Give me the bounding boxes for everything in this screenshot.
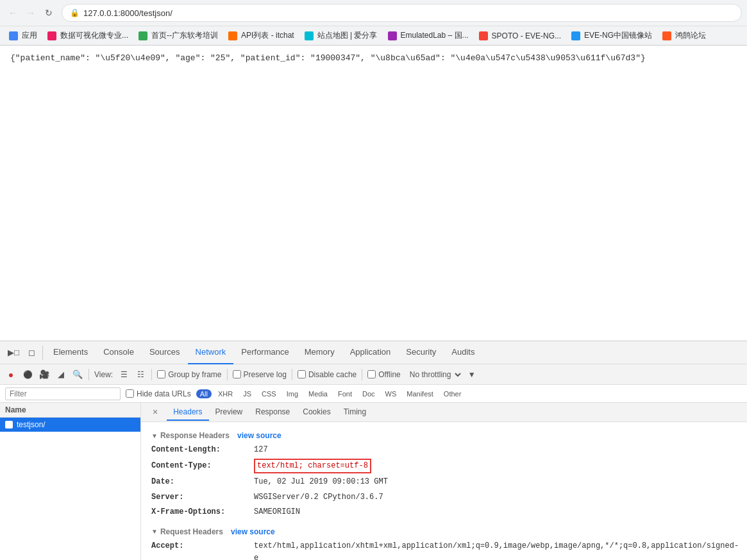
offline-checkbox[interactable] bbox=[367, 370, 376, 378]
devtools-tab-bar: ▶□ ◻ Elements Console Sources Network Pe… bbox=[0, 341, 747, 364]
disable-cache-label[interactable]: Disable cache bbox=[298, 370, 357, 379]
detail-close-button[interactable]: × bbox=[146, 403, 164, 421]
bookmark-emul[interactable]: EmulatedLab – 国... bbox=[384, 29, 473, 42]
tab-console[interactable]: Console bbox=[96, 341, 142, 364]
preserve-log-checkbox[interactable] bbox=[233, 370, 241, 378]
triangle-icon: ▼ bbox=[151, 432, 158, 439]
toolbar-separator-1 bbox=[88, 369, 89, 380]
response-header-x-frame-options: X-Frame-Options: SAMEORIGIN bbox=[151, 505, 737, 520]
filter-type-js[interactable]: JS bbox=[239, 389, 255, 398]
detail-content: ▼ Response Headers view source Content-L… bbox=[141, 422, 747, 560]
throttle-dropdown-icon[interactable]: ▼ bbox=[468, 370, 476, 379]
detail-tab-headers[interactable]: Headers bbox=[167, 404, 208, 421]
response-header-server: Server: WSGIServer/0.2 CPython/3.6.7 bbox=[151, 490, 737, 505]
lock-icon: 🔒 bbox=[70, 8, 80, 17]
detail-tab-cookies[interactable]: Cookies bbox=[296, 404, 337, 421]
filter-type-css[interactable]: CSS bbox=[258, 389, 280, 398]
forward-button[interactable]: → bbox=[23, 5, 38, 21]
request-header-accept: Accept: text/html,application/xhtml+xml,… bbox=[151, 539, 737, 560]
filter-bar: Hide data URLs All XHR JS CSS Img Media … bbox=[0, 385, 747, 403]
waterfall-view-button[interactable]: ☷ bbox=[135, 369, 146, 380]
tab-security[interactable]: Security bbox=[398, 341, 444, 364]
response-header-content-length: Content-Length: 127 bbox=[151, 443, 737, 457]
list-view-button[interactable]: ☰ bbox=[118, 369, 130, 380]
file-list-header: Name bbox=[0, 403, 140, 418]
bookmarks-bar: 应用 数据可视化微专业... 首页--广东软考培训 API列表 - itchat… bbox=[0, 26, 747, 45]
filter-toggle-button[interactable]: ◢ bbox=[55, 369, 67, 380]
request-headers-section: ▼ Request Headers view source bbox=[151, 523, 737, 539]
detail-tab-response[interactable]: Response bbox=[249, 404, 296, 421]
detail-tab-preview[interactable]: Preview bbox=[209, 404, 249, 421]
detail-panel: × Headers Preview Response Cookies Timin… bbox=[141, 403, 747, 560]
stop-recording-button[interactable]: ⚫ bbox=[22, 369, 33, 380]
bookmark-icon-map bbox=[305, 31, 314, 40]
network-toolbar: ● ⚫ 🎥 ◢ 🔍 View: ☰ ☷ Group by frame Prese… bbox=[0, 364, 747, 385]
toolbar-separator-3 bbox=[227, 369, 228, 380]
filter-type-xhr[interactable]: XHR bbox=[214, 389, 237, 398]
bookmark-spoto[interactable]: SPOTO - EVE-NG... bbox=[475, 30, 565, 42]
response-header-date: Date: Tue, 02 Jul 2019 09:00:13 GMT bbox=[151, 475, 737, 489]
capture-screenshot-button[interactable]: 🎥 bbox=[38, 369, 50, 380]
address-text: 127.0.0.1:8000/testjson/ bbox=[83, 8, 172, 18]
device-toggle-button[interactable]: ◻ bbox=[24, 346, 38, 360]
bookmark-icon-vis bbox=[47, 31, 56, 40]
nav-buttons: ← → ↻ bbox=[5, 5, 56, 21]
group-by-frame-checkbox[interactable] bbox=[157, 370, 165, 378]
filter-input[interactable] bbox=[5, 387, 121, 400]
filter-type-media[interactable]: Media bbox=[305, 389, 332, 398]
response-header-content-type: Content-Type: text/html; charset=utf-8 bbox=[151, 457, 737, 475]
filter-type-img[interactable]: Img bbox=[283, 389, 302, 398]
filter-type-all[interactable]: All bbox=[196, 389, 212, 398]
bookmark-hh[interactable]: 鸿鹄论坛 bbox=[659, 29, 710, 42]
filter-type-manifest[interactable]: Manifest bbox=[403, 389, 437, 398]
bookmark-icon-hh bbox=[662, 31, 671, 40]
bookmark-map[interactable]: 站点地图 | 爱分享 bbox=[301, 29, 382, 42]
bookmark-icon-api bbox=[228, 31, 237, 40]
back-button[interactable]: ← bbox=[5, 5, 21, 21]
bookmark-icon-spoto bbox=[479, 31, 488, 40]
file-list: Name testjson/ bbox=[0, 403, 141, 560]
devtools-panel: ▶□ ◻ Elements Console Sources Network Pe… bbox=[0, 341, 747, 560]
bookmark-vis[interactable]: 数据可视化微专业... bbox=[44, 29, 132, 42]
file-item-testjson[interactable]: testjson/ bbox=[0, 418, 140, 432]
file-item-icon bbox=[5, 421, 13, 428]
hide-data-urls-checkbox[interactable] bbox=[126, 389, 134, 398]
response-view-source-link[interactable]: view source bbox=[237, 431, 281, 440]
bookmark-api[interactable]: API列表 - itchat bbox=[224, 29, 298, 42]
filter-type-other[interactable]: Other bbox=[440, 389, 466, 398]
reload-button[interactable]: ↻ bbox=[41, 5, 56, 21]
bookmark-icon-gd bbox=[138, 31, 147, 40]
hide-data-urls-label[interactable]: Hide data URLs bbox=[126, 389, 191, 398]
throttle-select[interactable]: No throttling bbox=[406, 369, 463, 380]
bookmark-icon-eve bbox=[571, 31, 580, 40]
record-button[interactable]: ● bbox=[5, 369, 17, 380]
filter-type-font[interactable]: Font bbox=[334, 389, 356, 398]
preserve-log-label[interactable]: Preserve log bbox=[233, 370, 287, 379]
tab-network[interactable]: Network bbox=[188, 341, 234, 364]
offline-label[interactable]: Offline bbox=[367, 370, 400, 379]
search-button[interactable]: 🔍 bbox=[72, 369, 83, 380]
disable-cache-checkbox[interactable] bbox=[298, 370, 306, 378]
tab-audits[interactable]: Audits bbox=[444, 341, 482, 364]
toolbar-separator-2 bbox=[151, 369, 152, 380]
inspect-element-button[interactable]: ▶□ bbox=[6, 346, 21, 360]
filter-type-doc[interactable]: Doc bbox=[358, 389, 379, 398]
bookmark-gd[interactable]: 首页--广东软考培训 bbox=[135, 29, 222, 42]
bookmark-apps[interactable]: 应用 bbox=[5, 29, 41, 42]
tab-performance[interactable]: Performance bbox=[233, 341, 296, 364]
devtools-content: Name testjson/ × Headers Preview Respons… bbox=[0, 403, 747, 560]
nav-bar: ← → ↻ 🔒 127.0.0.1:8000/testjson/ bbox=[0, 0, 747, 26]
bookmark-eve[interactable]: EVE-NG中国镜像站 bbox=[567, 29, 656, 42]
response-headers-section: ▼ Response Headers view source bbox=[151, 427, 737, 443]
tab-memory[interactable]: Memory bbox=[297, 341, 342, 364]
browser-chrome: ← → ↻ 🔒 127.0.0.1:8000/testjson/ 应用 数据可视… bbox=[0, 0, 747, 46]
tab-sources[interactable]: Sources bbox=[142, 341, 188, 364]
group-by-frame-label[interactable]: Group by frame bbox=[157, 370, 221, 379]
filter-type-ws[interactable]: WS bbox=[382, 389, 401, 398]
detail-tab-timing[interactable]: Timing bbox=[337, 404, 373, 421]
address-bar[interactable]: 🔒 127.0.0.1:8000/testjson/ bbox=[62, 4, 742, 22]
request-triangle-icon: ▼ bbox=[151, 528, 158, 535]
request-view-source-link[interactable]: view source bbox=[231, 527, 275, 536]
tab-elements[interactable]: Elements bbox=[46, 341, 96, 364]
tab-application[interactable]: Application bbox=[342, 341, 399, 364]
